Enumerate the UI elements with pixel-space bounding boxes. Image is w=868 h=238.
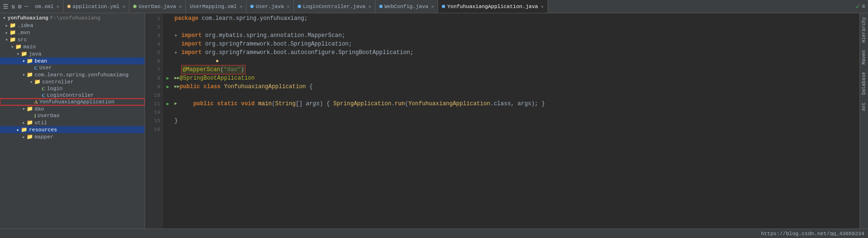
gutter-6	[163, 57, 173, 65]
class-ref: SpringApplication	[333, 100, 391, 108]
controller-label: controller	[42, 79, 73, 85]
annotation-close-7: )	[241, 66, 244, 73]
login-label: login	[47, 86, 63, 92]
gutter-run-8[interactable]: ▶	[166, 75, 169, 81]
tab-application-yml-close[interactable]: ✕	[122, 4, 125, 9]
code-line-14	[174, 108, 859, 117]
tab-yonfuhuaxiang[interactable]: YonfuhuaxiangApplication.java ✕	[438, 0, 548, 13]
gutter-run-9[interactable]: ▶	[166, 84, 169, 90]
code-line-7: @MapperScan("dao")	[174, 65, 859, 74]
menu-icon[interactable]: ☰	[3, 3, 9, 10]
java-label: java	[29, 51, 41, 57]
com-folder-icon: 📁	[27, 72, 33, 78]
tab-application-yml[interactable]: application.yml ✕	[64, 0, 129, 13]
tab-bar-right: ✓ ≡	[853, 2, 868, 10]
tree-item-login[interactable]: C login	[0, 85, 145, 92]
code-editor[interactable]: package com.learn.spring.yonfuhuaxiang; …	[173, 13, 859, 229]
bean-arrow: ▾	[21, 58, 27, 64]
gutter-run-11[interactable]: ▶	[166, 101, 169, 107]
brace-close-15: }	[174, 117, 178, 125]
login-class-icon: C	[42, 86, 46, 92]
tab-user-dot	[250, 5, 254, 8]
userdao-interface-icon: I	[34, 113, 36, 119]
minimize-icon[interactable]: —	[25, 3, 28, 10]
param-close: ) {	[320, 100, 333, 108]
controller-arrow: ▾	[28, 79, 34, 85]
tree-item-yonfuhuaxiangapp[interactable]: A YonfuhuaxiangApplication	[0, 99, 145, 105]
tree-item-idea[interactable]: ▸ 📁 .idea	[0, 22, 145, 29]
project-header: ▾ yonfuhuaxiang F:\yonfuhuaxiang	[0, 14, 145, 22]
tab-usermapping-close[interactable]: ✕	[239, 4, 242, 9]
tree-item-logincontroller[interactable]: C LoginController	[0, 92, 145, 99]
code-line-16	[174, 125, 859, 134]
tab-user[interactable]: User.java ✕	[247, 0, 293, 13]
tree-item-util[interactable]: ▸ 📁 util	[0, 119, 145, 126]
panel-hierarchy[interactable]: Hierarchy	[860, 13, 868, 46]
src-arrow: ▾	[4, 37, 9, 43]
import-spring	[174, 40, 181, 48]
annotation-at-7: @MapperScan	[183, 66, 220, 73]
gutter-9: ▶	[163, 82, 173, 91]
gutter-11: ▶	[163, 100, 173, 108]
status-bar: https://blog.csdn.net/qq_43659234	[0, 229, 868, 238]
run-params: (	[405, 100, 408, 108]
tab-webconfig-label: WebConfig.java	[384, 4, 428, 9]
tab-pom[interactable]: om.xml ✕	[31, 0, 64, 13]
tree-item-src[interactable]: ▾ 📁 src	[0, 36, 145, 43]
run-icon-9[interactable]: ▶▶	[174, 82, 180, 91]
settings-icon[interactable]: ⚙	[18, 3, 22, 10]
panel-database[interactable]: Database	[860, 68, 868, 99]
panel-ant[interactable]: Ant	[860, 99, 868, 115]
userdao-label: UserDao	[37, 113, 59, 119]
tab-userdao-close[interactable]: ✕	[179, 4, 182, 9]
tab-yonfuhuaxiang-close[interactable]: ✕	[541, 4, 544, 9]
tab-userdao[interactable]: UserDao.java ✕	[129, 0, 186, 13]
tree-item-main[interactable]: ▾ 📁 main	[0, 43, 145, 50]
project-label: yonfuhuaxiang	[8, 15, 48, 21]
user-class-icon: C	[34, 65, 38, 71]
tree-item-controller[interactable]: ▾ 📁 controller	[0, 78, 145, 85]
gutter: ▶ ▶ ▶	[163, 13, 173, 229]
controller-folder-icon: 📁	[34, 79, 41, 85]
tree-item-bean[interactable]: ▾ 📁 bean	[0, 57, 145, 64]
tab-logincontroller-dot	[298, 5, 301, 8]
tab-webconfig[interactable]: WebConfig.java ✕	[375, 0, 438, 13]
import-mapperscan: org.mybatis.spring.annotation.MapperScan…	[205, 31, 345, 40]
tab-usermapping[interactable]: UserMapping.xml ✕	[186, 0, 247, 13]
brace-open-9: {	[306, 82, 312, 91]
tab-user-close[interactable]: ✕	[287, 4, 290, 9]
tab-logincontroller-close[interactable]: ✕	[368, 4, 371, 9]
tree-item-userdao[interactable]: I UserDao	[0, 112, 145, 119]
tree-item-resources[interactable]: ▸ 📁 resources	[0, 126, 145, 133]
panel-maven[interactable]: Maven	[860, 46, 868, 68]
tab-yonfuhuaxiang-dot	[442, 5, 445, 8]
tab-pom-close[interactable]: ✕	[56, 4, 59, 9]
annotation-val-7: "dao"	[224, 66, 241, 73]
swap-icon[interactable]: ⇅	[11, 3, 15, 10]
tree-item-mapper[interactable]: ▸ 📁 mapper	[0, 133, 145, 140]
java-folder-icon: 📁	[21, 51, 27, 57]
tree-item-mvn[interactable]: ▸ 📁 .mvn	[0, 29, 145, 36]
tab-yonfuhuaxiang-label: YonfuhuaxiangApplication.java	[447, 4, 538, 9]
tab-list-icon[interactable]: ≡	[862, 3, 865, 10]
code-line-1: package com.learn.spring.yonfuhuaxiang;	[174, 14, 859, 23]
project-arrow-icon[interactable]: ▾	[3, 15, 6, 21]
gutter-10	[163, 91, 173, 100]
tab-logincontroller[interactable]: LoginController.java ✕	[294, 0, 375, 13]
tree-item-com[interactable]: ▾ 📁 com.learn.spring.yonfuhuaxiang	[0, 71, 145, 78]
tree-item-java[interactable]: ▾ 📁 java	[0, 50, 145, 57]
mapper-folder-icon: 📁	[27, 134, 33, 140]
tab-application-yml-label: application.yml	[73, 4, 119, 9]
mapper-arrow: ▸	[21, 134, 27, 140]
mapperscan-annotation: @MapperScan("dao")	[181, 65, 246, 74]
tree-item-dao[interactable]: ▾ 📁 dao	[0, 105, 145, 112]
tree-item-user[interactable]: C User	[0, 64, 145, 71]
user-label: User	[39, 65, 52, 71]
run-icon-8[interactable]: ▶▶	[174, 74, 180, 82]
code-container: 1 2 3 4 5 6 7 8 9 10 11 14 15 16	[145, 13, 859, 229]
tab-webconfig-close[interactable]: ✕	[431, 4, 434, 9]
main-label: main	[23, 44, 36, 50]
run-icon-11[interactable]: ▶	[174, 100, 180, 108]
bean-folder-icon: 📁	[27, 58, 33, 64]
dao-arrow: ▾	[21, 106, 27, 112]
